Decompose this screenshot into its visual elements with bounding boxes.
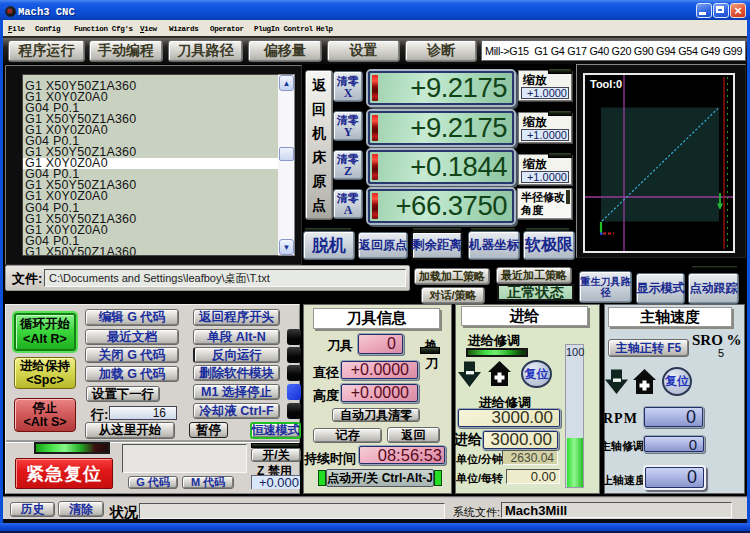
svg-text:Tool:0: Tool:0 [590,78,622,90]
